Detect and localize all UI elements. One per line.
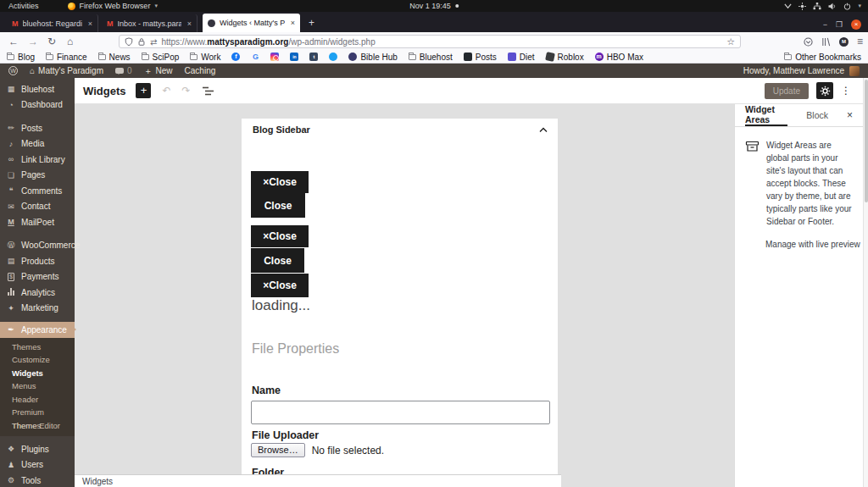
minimize-button[interactable]: − — [823, 20, 827, 29]
shield-icon[interactable] — [125, 37, 133, 47]
tracking-toggle-icon[interactable]: ⇄ — [150, 37, 157, 47]
close-block-button[interactable]: ×Close — [251, 274, 309, 297]
sidebar-item-payments[interactable]: $Payments — [0, 269, 75, 285]
submenu-item-theme-editor[interactable]: Theme Editor — [0, 419, 75, 433]
bookmark-folder-scipop[interactable]: SciPop — [142, 53, 180, 62]
admin-bar-site[interactable]: ⌂Matty's Paradigm — [30, 66, 103, 75]
close-icon[interactable]: × — [88, 19, 92, 28]
bookmark-folder-finance[interactable]: Finance — [46, 53, 87, 62]
undo-icon[interactable]: ↶ — [162, 85, 170, 97]
bookmark-folder-news[interactable]: News — [98, 53, 131, 62]
browse-button[interactable]: Browse… — [251, 443, 305, 457]
bookmark-folder-bluehost[interactable]: Bluehost — [409, 53, 453, 62]
scrollbar-thumb[interactable] — [865, 80, 868, 202]
sidebar-item-tools[interactable]: ⚙Tools — [0, 473, 75, 487]
admin-bar-account[interactable]: Howdy, Matthew Lawrence — [743, 66, 860, 76]
pocket-icon[interactable] — [804, 37, 813, 47]
submenu-item-customize[interactable]: Customize — [0, 353, 75, 367]
bookmark-linkedin[interactable]: in — [290, 53, 298, 61]
submenu-item-themes[interactable]: Themes — [0, 340, 75, 354]
sidebar-item-woocommerce[interactable]: ⓌWooCommerce — [0, 238, 75, 254]
sidebar-item-posts[interactable]: ✏Posts — [0, 120, 75, 136]
tab-widgets-active[interactable]: Widgets ‹ Matty's Paradig × — [203, 14, 300, 32]
submenu-item-menus[interactable]: Menus — [0, 379, 75, 393]
sidebar-item-dashboard[interactable]: ◔Dashboard — [0, 97, 75, 113]
close-block-button[interactable]: Close — [251, 193, 305, 218]
bookmark-folder-work[interactable]: Work — [190, 53, 220, 62]
other-bookmarks[interactable]: Other Bookmarks — [784, 53, 861, 62]
bookmark-diet[interactable]: Diet — [508, 53, 535, 62]
list-view-icon[interactable] — [202, 86, 214, 97]
menu-icon[interactable]: ≡ — [857, 36, 863, 47]
sidebar-item-mailpoet[interactable]: MMailPoet — [0, 214, 75, 230]
close-block-button[interactable]: ×Close — [251, 171, 309, 193]
tab-widget-areas[interactable]: Widget Areas — [745, 104, 787, 126]
settings-gear-button[interactable] — [816, 82, 833, 99]
more-options-icon[interactable]: ⋮ — [841, 85, 851, 97]
twitter-icon — [329, 53, 337, 61]
close-icon[interactable]: × — [291, 19, 295, 27]
wordpress-logo-icon[interactable]: W — [8, 66, 18, 75]
manage-live-preview-link[interactable]: Manage with live preview — [765, 240, 863, 249]
scrollbar[interactable] — [863, 78, 868, 487]
sidebar-item-bluehost[interactable]: ▦Bluehost — [0, 81, 75, 97]
tab-bluehost-email[interactable]: M bluehost: Regarding Ope × — [7, 14, 98, 32]
bookmark-tumblr[interactable]: t — [309, 53, 318, 61]
new-tab-button[interactable]: + — [309, 17, 314, 29]
bookmark-twitter[interactable] — [329, 53, 337, 61]
sidebar-item-pages[interactable]: ❏Pages — [0, 168, 75, 184]
sidebar-item-users[interactable]: ♟Users — [0, 457, 75, 473]
close-block-button[interactable]: ×Close — [251, 225, 309, 247]
bookmark-hbomax[interactable]: mHBO Max — [595, 53, 643, 62]
chevron-up-icon[interactable] — [539, 127, 548, 133]
sidebar-item-link-library[interactable]: ∞Link Library — [0, 152, 75, 168]
admin-bar-comments[interactable]: 0 — [115, 66, 132, 75]
admin-bar-caching[interactable]: Caching — [185, 66, 216, 75]
activities-button[interactable]: Activities — [0, 2, 47, 10]
sidebar-item-comments[interactable]: ❝Comments — [0, 183, 75, 199]
bookmark-folder-blog[interactable]: Blog — [7, 53, 35, 62]
tab-block[interactable]: Block — [806, 104, 828, 126]
name-input[interactable] — [251, 401, 550, 424]
sidebar-item-plugins[interactable]: ❖Plugins — [0, 441, 75, 457]
sidebar-item-analytics[interactable]: Analytics — [0, 285, 75, 301]
url-bar[interactable]: ⇄ https://www.mattysparadigm.org/wp-admi… — [119, 35, 741, 48]
submenu-item-widgets[interactable]: Widgets — [0, 367, 75, 380]
bookmark-instagram[interactable] — [270, 53, 279, 61]
sidebar-item-contact[interactable]: ✉Contact — [0, 199, 75, 215]
system-tray[interactable]: ▾ — [784, 3, 868, 10]
lock-icon[interactable] — [137, 37, 146, 47]
sidebar-item-products[interactable]: ▤Products — [0, 253, 75, 269]
back-button[interactable]: ← — [8, 32, 19, 51]
bookmark-star-icon[interactable]: ☆ — [726, 36, 735, 47]
reload-button[interactable]: ↻ — [47, 32, 56, 51]
home-button[interactable]: ⌂ — [67, 32, 73, 51]
submenu-item-premium-themes[interactable]: Premium Themes — [0, 406, 75, 419]
restore-button[interactable]: ❐ — [836, 20, 843, 29]
redo-icon[interactable]: ↷ — [182, 85, 191, 97]
account-icon[interactable]: M — [839, 37, 849, 47]
clock-menu[interactable]: Nov 1 19:45 — [409, 2, 459, 10]
bookmark-biblehub[interactable]: Bible Hub — [348, 53, 397, 62]
close-icon[interactable]: × — [187, 19, 192, 28]
close-panel-icon[interactable]: × — [847, 104, 853, 126]
sidebar-item-marketing[interactable]: ✦Marketing — [0, 301, 75, 317]
widget-area-header[interactable]: Blog Sidebar — [242, 119, 558, 141]
update-button[interactable]: Update — [765, 83, 809, 99]
bookmark-google[interactable]: G — [251, 53, 259, 61]
close-window-button[interactable]: × — [851, 19, 861, 30]
tab-inbox[interactable]: M Inbox - mattys.paradigm × — [102, 14, 198, 32]
close-block-button[interactable]: Close — [251, 248, 304, 273]
library-icon[interactable] — [821, 37, 831, 47]
bookmark-posts[interactable]: Posts — [464, 53, 497, 62]
bookmark-facebook[interactable]: f — [231, 53, 240, 61]
submenu-item-header[interactable]: Header — [0, 393, 75, 407]
forward-button[interactable]: → — [28, 32, 38, 51]
url-text[interactable]: https://www.mattysparadigm.org/wp-admin/… — [161, 37, 375, 47]
sidebar-item-media[interactable]: ♪Media — [0, 136, 75, 152]
block-inserter-button[interactable]: + — [136, 83, 151, 98]
sidebar-item-appearance[interactable]: ✒Appearance — [0, 322, 75, 338]
app-menu[interactable]: Firefox Web Browser ▾ — [68, 2, 158, 10]
admin-bar-new[interactable]: ＋New — [144, 65, 173, 77]
bookmark-roblox[interactable]: Roblox — [546, 53, 584, 62]
